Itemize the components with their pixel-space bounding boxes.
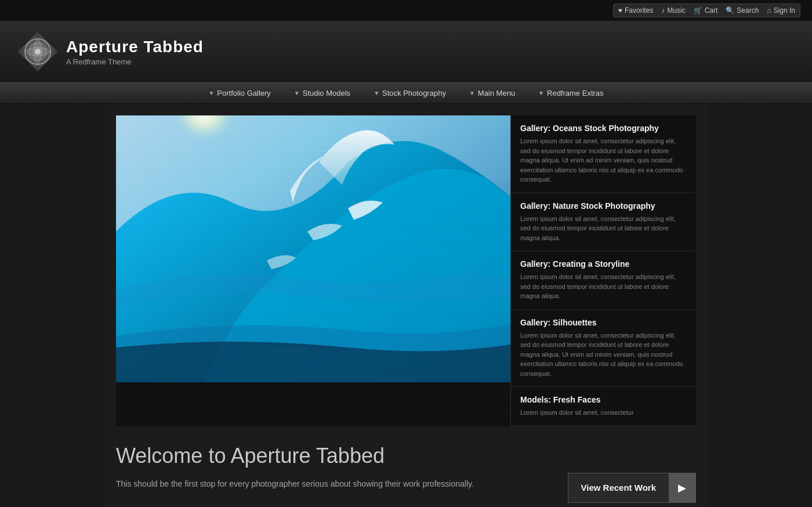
gallery-item-0[interactable]: Gallery: Oceans Stock Photography Lorem … [511, 115, 696, 193]
main-navigation: ▼ Portfolio Gallery ▼ Studio Models ▼ St… [0, 82, 812, 104]
favorites-nav-item[interactable]: ♥ Favorites [618, 6, 653, 15]
cart-icon: 🛒 [694, 6, 702, 15]
nav-portfolio-label: Portfolio Gallery [217, 89, 270, 97]
gallery-section: Gallery: Oceans Stock Photography Lorem … [116, 115, 696, 426]
music-nav-item[interactable]: ♪ Music [661, 6, 685, 15]
gallery-item-title-3: Gallery: Silhouettes [520, 318, 687, 327]
view-recent-button[interactable]: View Recent Work ▶ [568, 473, 697, 503]
gallery-item-desc-3: Lorem ipsum dolor sit amet, consectetur … [520, 331, 687, 379]
top-navigation: ♥ Favorites ♪ Music 🛒 Cart 🔍 Search ⌂ Si… [613, 3, 800, 17]
dropdown-arrow-icon: ▼ [469, 90, 475, 96]
gallery-item-desc-4: Lorem ipsum dolor sit amet, consectetur [520, 408, 687, 418]
welcome-section: Welcome to Aperture Tabbed This should b… [116, 426, 696, 508]
gallery-item-title-4: Models: Fresh Faces [520, 395, 687, 404]
gallery-item-desc-2: Lorem ipsum dolor sit amet, consectetur … [520, 272, 687, 301]
nav-redframe-label: Redframe Extras [547, 89, 604, 97]
search-icon: 🔍 [726, 6, 734, 15]
svg-point-3 [35, 49, 41, 55]
gallery-item-title-1: Gallery: Nature Stock Photography [520, 201, 687, 211]
nav-studio-models[interactable]: ▼ Studio Models [282, 83, 362, 103]
cart-label: Cart [705, 6, 718, 15]
gallery-item-desc-1: Lorem ipsum dolor sit amet, consectetur … [520, 214, 687, 243]
nav-redframe-extras[interactable]: ▼ Redframe Extras [527, 83, 615, 103]
music-icon: ♪ [661, 6, 665, 15]
site-title: Aperture Tabbed [66, 38, 204, 56]
view-recent-label: View Recent Work [568, 475, 669, 501]
welcome-text-area: Welcome to Aperture Tabbed This should b… [116, 444, 568, 490]
ocean-wave-image [116, 115, 510, 382]
dropdown-arrow-icon: ▼ [538, 90, 544, 96]
gallery-item-desc-0: Lorem ipsum dolor sit amet, consectetur … [520, 136, 687, 184]
gallery-item-4[interactable]: Models: Fresh Faces Lorem ipsum dolor si… [511, 387, 696, 426]
search-label: Search [737, 6, 759, 15]
gallery-item-1[interactable]: Gallery: Nature Stock Photography Lorem … [511, 193, 696, 252]
logo-icon [17, 31, 58, 72]
logo-text: Aperture Tabbed A Redframe Theme [66, 38, 204, 66]
cart-nav-item[interactable]: 🛒 Cart [694, 6, 718, 15]
view-recent-arrow-icon: ▶ [669, 473, 695, 502]
content-wrapper: Gallery: Oceans Stock Photography Lorem … [104, 104, 708, 507]
nav-main-menu[interactable]: ▼ Main Menu [458, 83, 527, 103]
nav-stock-photography[interactable]: ▼ Stock Photography [362, 83, 458, 103]
favorites-icon: ♥ [618, 6, 622, 15]
welcome-description: This should be the first stop for every … [116, 477, 545, 490]
gallery-item-title-0: Gallery: Oceans Stock Photography [520, 124, 687, 133]
nav-studio-label: Studio Models [303, 89, 350, 97]
welcome-title: Welcome to Aperture Tabbed [116, 444, 545, 468]
favorites-label: Favorites [625, 6, 653, 15]
signin-label: Sign In [774, 6, 795, 15]
gallery-item-title-2: Gallery: Creating a Storyline [520, 259, 687, 269]
gallery-item-3[interactable]: Gallery: Silhouettes Lorem ipsum dolor s… [511, 310, 696, 388]
nav-portfolio-gallery[interactable]: ▼ Portfolio Gallery [197, 83, 282, 103]
site-subtitle: A Redframe Theme [66, 57, 204, 66]
dropdown-arrow-icon: ▼ [374, 90, 379, 96]
logo-area[interactable]: Aperture Tabbed A Redframe Theme [17, 31, 204, 72]
dropdown-arrow-icon: ▼ [208, 90, 214, 96]
gallery-item-2[interactable]: Gallery: Creating a Storyline Lorem ipsu… [511, 251, 696, 310]
nav-main-label: Main Menu [478, 89, 515, 97]
home-icon: ⌂ [767, 6, 771, 15]
gallery-list: Gallery: Oceans Stock Photography Lorem … [510, 115, 696, 426]
signin-nav-item[interactable]: ⌂ Sign In [767, 6, 795, 15]
music-label: Music [667, 6, 685, 15]
site-header: Aperture Tabbed A Redframe Theme [0, 21, 812, 82]
dropdown-arrow-icon: ▼ [294, 90, 300, 96]
top-bar: ♥ Favorites ♪ Music 🛒 Cart 🔍 Search ⌂ Si… [0, 0, 812, 21]
search-nav-item[interactable]: 🔍 Search [726, 6, 759, 15]
main-image-area[interactable] [116, 115, 510, 382]
nav-stock-label: Stock Photography [382, 89, 446, 97]
